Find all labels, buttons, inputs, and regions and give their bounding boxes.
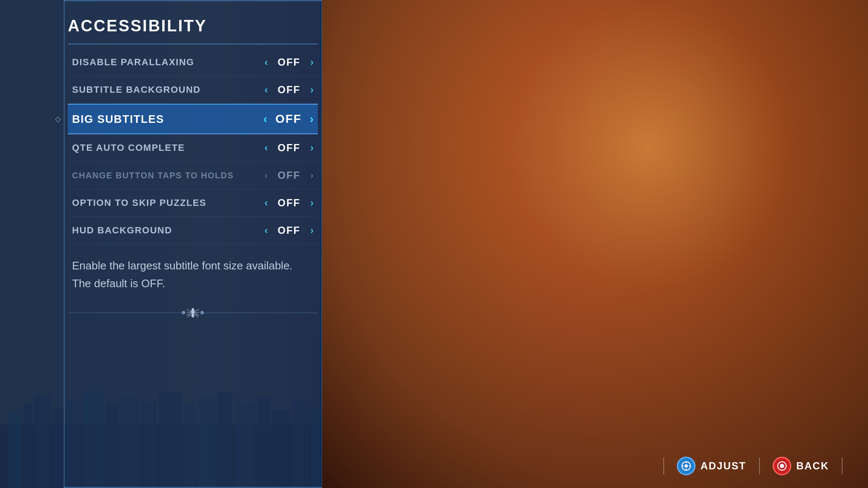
arrow-right-subtitle-background[interactable]: › bbox=[310, 84, 314, 96]
arrow-left-disable-parallaxing[interactable]: ‹ bbox=[264, 56, 268, 68]
adjust-control[interactable]: ADJUST bbox=[677, 457, 746, 475]
adjust-label: ADJUST bbox=[701, 460, 746, 472]
setting-row-change-button-taps[interactable]: CHANGE BUTTON TAPS TO HOLDS ‹ OFF › bbox=[68, 162, 318, 189]
svg-point-21 bbox=[192, 308, 194, 311]
svg-line-22 bbox=[187, 309, 191, 311]
setting-name-disable-parallaxing: DISABLE PARALLAXING bbox=[72, 57, 264, 68]
setting-name-big-subtitles: BIG SUBTITLES bbox=[72, 113, 263, 126]
svg-rect-5 bbox=[66, 399, 81, 488]
sep-line-left bbox=[68, 313, 182, 313]
setting-row-disable-parallaxing[interactable]: DISABLE PARALLAXING ‹ OFF › bbox=[68, 49, 318, 76]
svg-rect-12 bbox=[198, 398, 215, 488]
control-divider-right bbox=[842, 458, 843, 474]
setting-value-change-button-taps: OFF bbox=[274, 169, 304, 181]
sep-line-right bbox=[204, 313, 318, 313]
arrow-right-qte-auto-complete[interactable]: › bbox=[310, 142, 314, 154]
svg-rect-16 bbox=[273, 410, 290, 488]
setting-value-subtitle-background: OFF bbox=[274, 84, 304, 96]
setting-value-option-skip-puzzles: OFF bbox=[274, 197, 304, 209]
arrow-left-qte-auto-complete[interactable]: ‹ bbox=[264, 142, 268, 154]
setting-name-qte-auto-complete: QTE AUTO COMPLETE bbox=[72, 142, 264, 153]
setting-value-disable-parallaxing: OFF bbox=[274, 56, 304, 68]
setting-row-option-skip-puzzles[interactable]: OPTION TO SKIP PUZZLES ‹ OFF › bbox=[68, 189, 318, 217]
setting-value-hud-background: OFF bbox=[274, 225, 304, 236]
arrow-left-option-skip-puzzles[interactable]: ‹ bbox=[264, 197, 268, 209]
svg-rect-3 bbox=[34, 395, 51, 488]
setting-name-subtitle-background: SUBTITLE BACKGROUND bbox=[72, 84, 264, 95]
arrow-right-hud-background[interactable]: › bbox=[310, 225, 314, 236]
arrow-left-change-button-taps[interactable]: ‹ bbox=[264, 169, 268, 181]
arrow-right-big-subtitles[interactable]: › bbox=[310, 112, 314, 126]
svg-rect-15 bbox=[258, 396, 270, 488]
right-bg-overlay bbox=[320, 0, 868, 488]
setting-control-big-subtitles: ‹ OFF › bbox=[263, 112, 314, 126]
setting-control-change-button-taps: ‹ OFF › bbox=[264, 169, 314, 181]
page-title: ACCESSIBILITY bbox=[68, 17, 207, 35]
svg-rect-1 bbox=[8, 412, 21, 488]
svg-rect-18 bbox=[311, 407, 322, 488]
svg-line-26 bbox=[195, 309, 199, 311]
svg-rect-9 bbox=[142, 401, 157, 488]
adjust-button-icon[interactable] bbox=[677, 457, 696, 475]
setting-row-big-subtitles[interactable]: ◇ BIG SUBTITLES ‹ OFF › bbox=[68, 104, 318, 134]
svg-point-37 bbox=[780, 464, 784, 468]
svg-rect-17 bbox=[292, 399, 309, 488]
svg-rect-11 bbox=[184, 405, 196, 488]
bottom-controls: ADJUST BACK bbox=[663, 457, 843, 475]
back-control[interactable]: BACK bbox=[773, 457, 829, 475]
arrow-left-hud-background[interactable]: ‹ bbox=[264, 225, 268, 236]
setting-row-qte-auto-complete[interactable]: QTE AUTO COMPLETE ‹ OFF › bbox=[68, 134, 318, 162]
setting-control-disable-parallaxing: ‹ OFF › bbox=[264, 56, 314, 68]
setting-name-change-button-taps: CHANGE BUTTON TAPS TO HOLDS bbox=[72, 171, 264, 180]
arrow-left-big-subtitles[interactable]: ‹ bbox=[263, 112, 267, 126]
svg-rect-6 bbox=[83, 391, 104, 488]
sep-circle-right bbox=[200, 311, 204, 314]
left-edge-line bbox=[64, 0, 65, 488]
description-line2: The default is OFF. bbox=[72, 275, 314, 293]
svg-rect-13 bbox=[217, 391, 232, 488]
back-button-icon[interactable] bbox=[773, 457, 791, 475]
active-indicator: ◇ bbox=[55, 114, 61, 124]
svg-rect-14 bbox=[234, 402, 256, 488]
arrow-right-disable-parallaxing[interactable]: › bbox=[310, 56, 314, 68]
setting-name-option-skip-puzzles: OPTION TO SKIP PUZZLES bbox=[72, 197, 264, 208]
svg-rect-8 bbox=[121, 397, 140, 488]
svg-rect-10 bbox=[159, 393, 182, 488]
separator bbox=[68, 305, 318, 320]
back-label: BACK bbox=[796, 460, 829, 472]
setting-row-hud-background[interactable]: HUD BACKGROUND ‹ OFF › bbox=[68, 217, 318, 244]
setting-value-big-subtitles: OFF bbox=[274, 112, 303, 126]
control-divider-mid bbox=[759, 458, 760, 474]
setting-control-subtitle-background: ‹ OFF › bbox=[264, 84, 314, 96]
svg-rect-2 bbox=[23, 403, 32, 488]
description-section: Enable the largest subtitle font size av… bbox=[68, 244, 318, 301]
setting-control-hud-background: ‹ OFF › bbox=[264, 225, 314, 236]
svg-point-20 bbox=[192, 314, 194, 318]
control-divider-left bbox=[663, 458, 664, 474]
svg-rect-4 bbox=[53, 408, 64, 488]
setting-row-subtitle-background[interactable]: SUBTITLE BACKGROUND ‹ OFF › bbox=[68, 76, 318, 104]
setting-name-hud-background: HUD BACKGROUND bbox=[72, 225, 264, 236]
arrow-left-subtitle-background[interactable]: ‹ bbox=[264, 84, 268, 96]
spider-logo bbox=[185, 305, 200, 320]
top-edge-line bbox=[64, 0, 322, 1]
description-line1: Enable the largest subtitle font size av… bbox=[72, 257, 314, 275]
setting-value-qte-auto-complete: OFF bbox=[274, 142, 304, 154]
setting-control-qte-auto-complete: ‹ OFF › bbox=[264, 142, 314, 154]
svg-point-31 bbox=[684, 464, 688, 468]
svg-rect-7 bbox=[106, 403, 119, 488]
arrow-right-option-skip-puzzles[interactable]: › bbox=[310, 197, 314, 209]
sep-circle-left bbox=[182, 311, 185, 314]
settings-panel: ACCESSIBILITY DISABLE PARALLAXING ‹ OFF … bbox=[68, 0, 318, 324]
city-skyline bbox=[0, 361, 322, 488]
setting-control-option-skip-puzzles: ‹ OFF › bbox=[264, 197, 314, 209]
settings-list: DISABLE PARALLAXING ‹ OFF › SUBTITLE BAC… bbox=[68, 49, 318, 244]
title-section: ACCESSIBILITY bbox=[68, 13, 318, 44]
arrow-right-change-button-taps[interactable]: › bbox=[310, 169, 314, 181]
